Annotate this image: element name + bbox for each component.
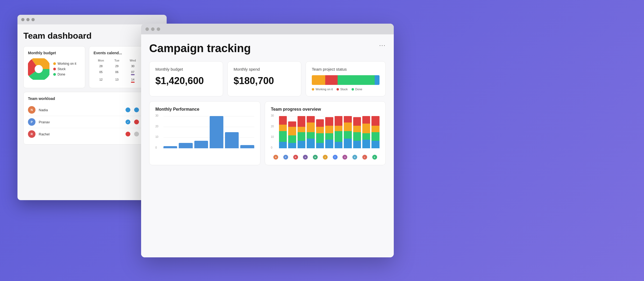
stacked-col-6	[335, 116, 342, 148]
campaign-titlebar	[141, 24, 394, 34]
team-project-status-card: Team project status Working on it	[306, 61, 386, 96]
segment	[362, 140, 370, 148]
segment-other	[375, 75, 380, 85]
progress-bars-area	[279, 116, 380, 148]
bar-col-5	[225, 132, 239, 148]
bar-col-6	[240, 145, 254, 148]
legend-done: Done	[352, 88, 362, 91]
segment	[371, 132, 379, 141]
avatar-row: NPRAMJTSKLE	[271, 155, 380, 160]
monthly-performance-card: Monthly Performance 30 20 10 0	[149, 101, 260, 165]
mini-avatar-5: J	[323, 155, 328, 160]
segment	[307, 116, 314, 123]
legend-stuck: Stuck	[337, 88, 348, 91]
workload-title: Team workload	[28, 96, 156, 101]
bar-col-3	[194, 141, 208, 148]
legend-done: Done	[53, 73, 76, 76]
campaign-tracking-window: Campaign tracking ··· Monthly budget $1,…	[141, 24, 394, 257]
segment	[371, 116, 379, 126]
more-options-icon[interactable]: ···	[379, 42, 386, 49]
stacked-col-5	[325, 117, 333, 148]
workload-card: Team workload N Nadia P Pranav	[23, 92, 161, 145]
segment	[344, 131, 352, 139]
avatar-rachel: R	[28, 130, 35, 138]
avatar-nadia: N	[28, 106, 35, 114]
monthly-performance-chart: 30 20 10 0	[155, 116, 254, 154]
segment	[316, 133, 324, 143]
monthly-spend-label: Monthly spend	[234, 67, 295, 71]
segment	[344, 123, 352, 131]
campaign-header: Campaign tracking ···	[149, 42, 386, 55]
segment	[288, 143, 296, 148]
segment-working	[312, 75, 325, 85]
mini-avatar-2: R	[293, 155, 298, 160]
segment	[325, 126, 333, 133]
stacked-col-9	[362, 116, 370, 148]
segment	[344, 139, 352, 148]
workload-row-rachel: R Rachel	[28, 128, 156, 140]
team-status-label: Team project status	[312, 67, 380, 71]
stuck-dot	[53, 68, 56, 70]
segment	[371, 126, 379, 132]
segment-stuck	[325, 75, 337, 85]
segment	[335, 131, 342, 142]
segment	[288, 127, 296, 135]
mini-avatar-6: T	[333, 155, 338, 160]
mini-avatar-4: M	[313, 155, 318, 160]
titlebar-back	[17, 15, 167, 24]
segment	[279, 116, 287, 125]
segment	[288, 135, 296, 143]
metrics-row: Monthly budget $1,420,600 Monthly spend …	[149, 61, 386, 96]
cal-event-dot	[131, 74, 135, 75]
dot-check	[126, 120, 130, 124]
segment	[307, 132, 314, 139]
team-progress-chart: 30 20 10 0	[271, 116, 380, 154]
segment	[353, 132, 361, 141]
monthly-budget-label: Monthly budget	[155, 67, 217, 71]
team-dashboard-title: Team dashboard	[23, 31, 161, 41]
campaign-title: Campaign tracking	[149, 42, 251, 55]
budget-pie-title: Monthly budget	[28, 51, 81, 55]
segment-done	[338, 75, 375, 85]
monthly-budget-value: $1,420,600	[155, 75, 217, 87]
dot	[126, 132, 130, 136]
segment	[279, 125, 287, 131]
legend-dot-working	[312, 88, 314, 91]
segment	[298, 116, 305, 127]
segment	[325, 133, 333, 140]
legend-dot-stuck	[337, 88, 339, 91]
legend-working: Working on it	[53, 62, 76, 66]
stacked-col-10	[371, 116, 379, 148]
workload-row-nadia: N Nadia	[28, 104, 156, 116]
segment	[335, 126, 342, 131]
dot	[134, 132, 139, 136]
dot	[134, 120, 139, 124]
titlebar-dot-3	[31, 18, 35, 21]
mini-avatar-8: K	[352, 155, 357, 160]
bar-col-2	[179, 143, 192, 148]
segment	[307, 139, 314, 148]
titlebar-dot-2	[26, 18, 30, 21]
segment	[298, 127, 305, 132]
stacked-col-7	[344, 116, 352, 148]
mini-avatar-9: L	[362, 155, 367, 160]
stacked-col-0	[279, 116, 287, 148]
status-legend: Working on it Stuck Done	[312, 88, 380, 91]
segment	[335, 116, 342, 126]
segment	[353, 126, 361, 132]
segment	[279, 142, 287, 148]
segment	[353, 141, 361, 148]
mini-avatar-0: N	[273, 155, 278, 160]
campaign-dot-1	[145, 27, 149, 31]
segment	[325, 117, 333, 126]
segment	[298, 132, 305, 141]
cal-event-dot-2	[131, 82, 135, 83]
stacked-col-4	[316, 119, 324, 148]
bars-area	[163, 116, 254, 148]
monthly-spend-card: Monthly spend $180,700	[227, 61, 301, 96]
legend-stuck: Stuck	[53, 67, 76, 71]
segment	[362, 116, 370, 124]
pie-chart	[28, 58, 49, 80]
bar-col-1	[163, 146, 177, 148]
pie-legend: Working on it Stuck Done	[53, 62, 76, 76]
